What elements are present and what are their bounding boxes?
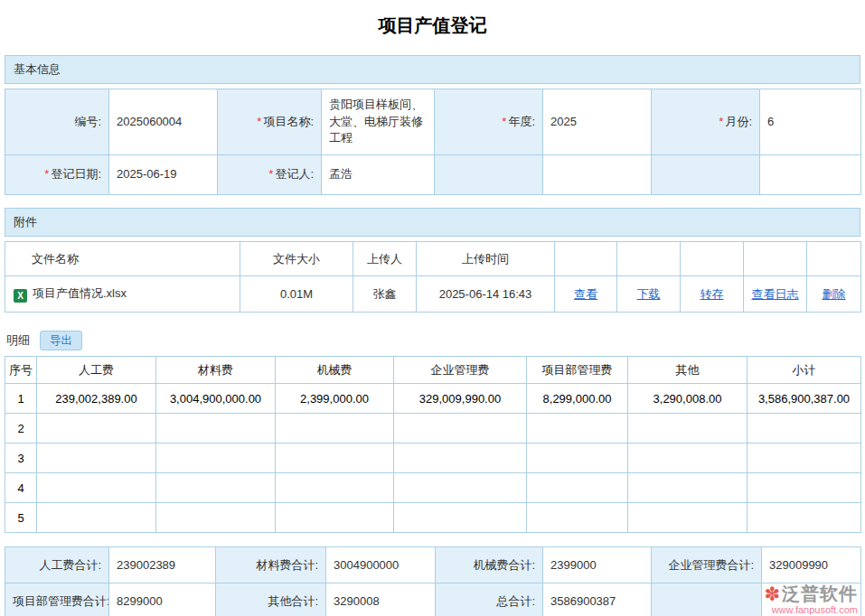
- required-asterisk: *: [257, 115, 261, 128]
- total-value-material: 3004900000: [326, 547, 436, 583]
- cell-enterprise-mgmt-fee: [394, 443, 527, 473]
- detail-table: 序号 人工费 材料费 机械费 企业管理费 项目部管理费 其他 小计 1 239,…: [5, 356, 861, 533]
- table-row: 3: [5, 443, 861, 473]
- required-asterisk: *: [268, 167, 273, 181]
- cell-enterprise-mgmt-fee: [394, 503, 527, 533]
- empty-value-cell: [762, 583, 861, 616]
- cell-labor-cost: [37, 473, 156, 503]
- total-label-project-dept-mgmt: 项目部管理费合计:: [5, 583, 109, 616]
- attachment-file-size: 0.01M: [240, 276, 353, 313]
- download-link[interactable]: 下载: [637, 287, 661, 301]
- cell-seq: 3: [5, 443, 37, 473]
- attachment-file-name: 项目产值情况.xlsx: [33, 286, 127, 300]
- cell-subtotal: 3,586,900,387.00: [747, 384, 861, 414]
- cell-enterprise-mgmt-fee: 329,009,990.00: [394, 384, 527, 414]
- view-log-link[interactable]: 查看日志: [752, 287, 799, 301]
- field-value-reg-date: 2025-06-19: [109, 155, 218, 195]
- total-value-labor: 239002389: [109, 547, 216, 583]
- field-label-text: 编号:: [74, 115, 101, 128]
- field-label-text: 月份:: [725, 115, 752, 128]
- attachment-action-cell: 查看: [555, 276, 617, 313]
- total-value-project-dept-mgmt: 8299000: [109, 583, 216, 616]
- cell-labor-cost: [37, 503, 156, 533]
- cell-project-dept-mgmt-fee: [527, 503, 628, 533]
- cell-material-cost: [156, 414, 276, 443]
- table-row: 1 239,002,389.00 3,004,900,000.00 2,399,…: [5, 384, 861, 414]
- cell-subtotal: [747, 414, 861, 443]
- col-header-action: [744, 242, 807, 276]
- cell-labor-cost: [37, 443, 156, 473]
- cell-other: [628, 443, 747, 473]
- col-header-machinery-cost: 机械费: [276, 357, 394, 384]
- delete-link[interactable]: 删除: [823, 287, 846, 301]
- attachment-upload-time: 2025-06-14 16:43: [417, 276, 555, 313]
- cell-subtotal: [747, 503, 861, 533]
- col-header-labor-cost: 人工费: [37, 357, 156, 384]
- cell-subtotal: [747, 473, 861, 503]
- summary-row-2: 项目部管理费合计: 8299000 其他合计: 3290008 总合计: 358…: [5, 583, 861, 616]
- attachment-action-cell: 查看日志: [744, 276, 807, 313]
- cell-material-cost: 3,004,900,000.00: [156, 384, 276, 414]
- field-value-project-name: 贵阳项目样板间、大堂、电梯厅装修工程: [322, 89, 435, 155]
- cell-project-dept-mgmt-fee: 8,299,000.00: [527, 384, 628, 414]
- col-header-action: [555, 242, 617, 276]
- detail-section-header: 明细 导出: [5, 325, 860, 356]
- total-label-labor: 人工费合计:: [5, 547, 109, 583]
- attachments-section-header: 附件: [5, 208, 860, 237]
- cell-labor-cost: [37, 414, 156, 443]
- attachment-action-cell: 下载: [617, 276, 681, 313]
- field-label-code: 编号:: [5, 89, 109, 155]
- empty-label-cell: [435, 155, 543, 195]
- total-label-other: 其他合计:: [216, 583, 326, 616]
- export-button[interactable]: 导出: [40, 331, 82, 350]
- field-label-reg-date: *登记日期:: [5, 155, 109, 195]
- cell-seq: 4: [5, 473, 37, 503]
- table-row: 2: [5, 414, 861, 443]
- field-value-year: 2025: [543, 89, 652, 155]
- cell-project-dept-mgmt-fee: [527, 443, 628, 473]
- cell-other: [628, 503, 747, 533]
- total-value-machinery: 2399000: [543, 547, 652, 583]
- col-header-other: 其他: [628, 357, 747, 384]
- field-value-registrant: 孟浩: [322, 155, 435, 195]
- col-header-upload-time: 上传时间: [417, 242, 555, 276]
- cell-machinery-cost: [276, 414, 394, 443]
- cell-machinery-cost: 2,399,000.00: [276, 384, 394, 414]
- basic-info-section-header: 基本信息: [5, 55, 860, 84]
- field-label-text: 登记日期:: [51, 167, 101, 181]
- cell-labor-cost: 239,002,389.00: [37, 384, 156, 414]
- field-value-code: 2025060004: [109, 89, 218, 155]
- excel-file-icon: [14, 289, 27, 303]
- field-label-month: *月份:: [652, 89, 760, 155]
- cell-other: 3,290,008.00: [628, 384, 747, 414]
- project-output-registration-page: 项目产值登记 基本信息 编号: 2025060004 *项目名称: 贵阳项目样板…: [0, 0, 865, 616]
- cell-other: [628, 414, 747, 443]
- basic-info-table: 编号: 2025060004 *项目名称: 贵阳项目样板间、大堂、电梯厅装修工程…: [5, 89, 861, 195]
- total-label-grand: 总合计:: [436, 583, 543, 616]
- cell-material-cost: [156, 443, 276, 473]
- required-asterisk: *: [719, 115, 723, 128]
- cell-subtotal: [747, 443, 861, 473]
- total-label-material: 材料费合计:: [216, 547, 326, 583]
- field-value-month: 6: [760, 89, 861, 155]
- save-as-link[interactable]: 转存: [700, 287, 724, 301]
- page-title: 项目产值登记: [5, 0, 860, 55]
- total-label-enterprise-mgmt: 企业管理费合计:: [652, 547, 762, 583]
- empty-value-cell: [543, 155, 652, 195]
- field-label-text: 登记人:: [275, 167, 314, 181]
- col-header-file-name: 文件名称: [5, 242, 240, 276]
- cell-enterprise-mgmt-fee: [394, 414, 527, 443]
- empty-label-cell: [652, 583, 762, 616]
- col-header-action: [617, 242, 681, 276]
- field-label-year: *年度:: [435, 89, 543, 155]
- cell-seq: 5: [5, 503, 37, 533]
- cell-seq: 2: [5, 414, 37, 443]
- col-header-action: [807, 242, 861, 276]
- col-header-uploader: 上传人: [353, 242, 417, 276]
- cell-machinery-cost: [276, 443, 394, 473]
- empty-value-cell: [760, 155, 861, 195]
- cell-project-dept-mgmt-fee: [527, 473, 628, 503]
- cell-material-cost: [156, 473, 276, 503]
- summary-table: 人工费合计: 239002389 材料费合计: 3004900000 机械费合计…: [5, 546, 861, 616]
- view-link[interactable]: 查看: [574, 287, 597, 301]
